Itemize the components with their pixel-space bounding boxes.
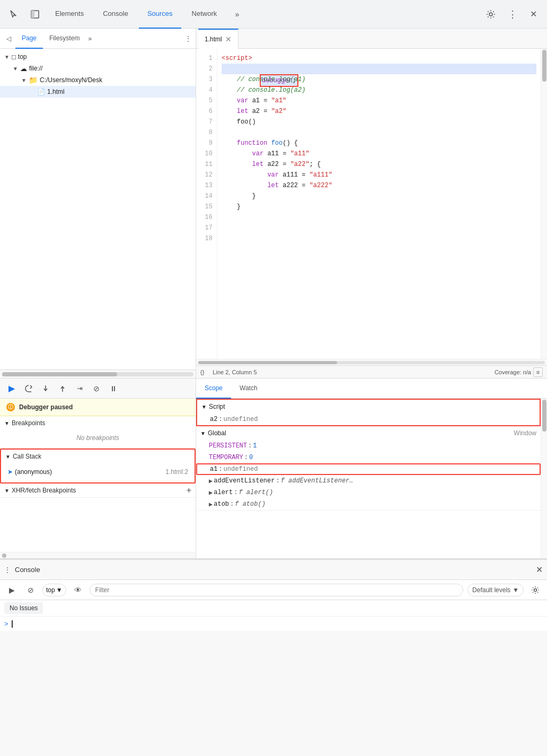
file-icon: 📄	[37, 88, 45, 95]
scope-tabs: Scope Watch	[196, 379, 547, 399]
global-alert-item: ▶ alert : f alert()	[196, 487, 541, 498]
console-section: ⋮ Console ✕ ▶ ⊘ top ▼ 👁 Default levels ▼…	[0, 559, 547, 631]
step-into-btn[interactable]	[38, 381, 53, 396]
settings-icon[interactable]	[481, 5, 500, 24]
code-line-10: var a11 = "a11"	[222, 148, 536, 159]
tree-arrow-top: ▼	[4, 54, 12, 60]
breakpoints-section: ▼ Breakpoints No breakpoints	[0, 416, 196, 449]
bottom-section: ▶ ⇥ ⊘ ⏸ ⓘ Debugger paused ▼	[0, 379, 547, 559]
more-tabs-icon[interactable]: »	[227, 5, 246, 24]
xhr-label: XHR/fetch Breakpoints	[12, 487, 76, 494]
step-btn[interactable]: ⇥	[72, 381, 87, 396]
line-numbers: 12345 678910 1112131415 161718	[196, 49, 217, 359]
svg-rect-1	[31, 11, 34, 18]
console-input-line: >	[0, 616, 547, 631]
console-close-icon[interactable]: ✕	[536, 565, 543, 575]
script-section-header[interactable]: ▼ Script	[197, 400, 540, 414]
format-btn[interactable]: {}	[200, 369, 204, 375]
tree-item-top[interactable]: ▼ □ top	[0, 51, 196, 63]
code-line-9: function foo() {	[222, 138, 536, 148]
call-stack-section: ▼ Call Stack ➤ (anonymous) 1.html:2	[0, 449, 196, 484]
tab-sources[interactable]: Sources	[139, 0, 181, 29]
code-line-5: var a1 = "a1"	[222, 95, 536, 106]
paused-message: Debugger paused	[19, 403, 73, 411]
code-line-8	[222, 127, 536, 138]
pause-exceptions-btn[interactable]: ⏸	[106, 381, 121, 396]
code-h-scrollbar[interactable]	[196, 359, 547, 365]
cursor-icon[interactable]	[4, 5, 23, 24]
script-arrow: ▼	[201, 404, 207, 410]
console-toolbar: ▶ ⊘ top ▼ 👁 Default levels ▼	[0, 580, 547, 600]
code-area[interactable]: 12345 678910 1112131415 161718 <script> …	[196, 49, 547, 359]
tree-item-file[interactable]: ▶ 📄 1.html	[0, 86, 196, 98]
no-breakpoints-text: No breakpoints	[4, 432, 191, 444]
code-vertical-scrollbar[interactable]	[541, 49, 547, 359]
window-label: Window	[514, 429, 536, 437]
scope-tab-watch[interactable]: Watch	[231, 379, 266, 399]
xhr-header[interactable]: ▼ XHR/fetch Breakpoints +	[0, 484, 196, 497]
more-panel-tabs-icon[interactable]: »	[86, 35, 94, 42]
global-label: Global	[208, 429, 226, 437]
code-line-13: let a222 = "a222"	[222, 180, 536, 191]
svg-point-6	[534, 588, 537, 591]
code-line-6: let a2 = "a2"	[222, 106, 536, 117]
no-issues-badge[interactable]: No Issues	[4, 602, 43, 614]
window-icon: □	[12, 53, 16, 61]
code-line-14: }	[222, 191, 536, 201]
scope-tab-scope[interactable]: Scope	[196, 379, 231, 399]
call-stack-header[interactable]: ▼ Call Stack	[1, 450, 195, 463]
debug-panel-content: ⓘ Debugger paused ▼ Breakpoints No break…	[0, 399, 196, 552]
xhr-add-icon[interactable]: +	[187, 486, 191, 495]
console-levels-dropdown[interactable]: Default levels ▼	[467, 584, 524, 596]
code-line-11: let a22 = "a22"; {	[222, 159, 536, 170]
tab-network[interactable]: Network	[183, 0, 226, 29]
global-atob-item: ▶ atob : f atob()	[196, 498, 541, 510]
console-eye-btn[interactable]: 👁	[70, 583, 85, 597]
dock-icon[interactable]	[25, 5, 45, 24]
step-out-btn[interactable]	[55, 381, 70, 396]
paused-icon: ⓘ	[6, 403, 15, 411]
coverage-icon[interactable]: ≡	[533, 367, 543, 377]
main-layout: ◁ Page Filesystem » ⋮ ▼ □ top ▼ ☁ file:/…	[0, 29, 547, 379]
global-arrow: ▼	[200, 430, 206, 436]
tab-page[interactable]: Page	[15, 29, 43, 49]
tree-item-file-protocol[interactable]: ▼ ☁ file://	[0, 63, 196, 74]
left-panel-scrollbar[interactable]	[0, 370, 196, 378]
console-block-btn[interactable]: ⊘	[23, 583, 38, 597]
deactivate-breakpoints-btn[interactable]: ⊘	[89, 381, 104, 396]
console-prompt: >	[4, 620, 8, 628]
tab-close-icon[interactable]: ✕	[225, 35, 232, 43]
breakpoints-header[interactable]: ▼ Breakpoints	[0, 416, 196, 430]
tab-elements[interactable]: Elements	[47, 0, 92, 29]
breakpoints-arrow: ▼	[4, 420, 10, 426]
panel-options-icon[interactable]: ⋮	[183, 35, 193, 42]
console-run-btn[interactable]: ▶	[4, 583, 19, 597]
svg-point-2	[489, 13, 492, 16]
console-menu-icon[interactable]: ⋮	[4, 566, 11, 574]
script-section: ▼ Script a2 : undefined	[196, 399, 541, 426]
status-bar: {} Line 2, Column 5 Coverage: n/a ≡	[196, 365, 547, 378]
console-filter-input[interactable]	[90, 584, 463, 596]
close-devtools-icon[interactable]: ✕	[524, 5, 543, 24]
tree-item-folder[interactable]: ▼ 📁 C:/Users/moxyN/Desk	[0, 74, 196, 86]
editor-tab-1html[interactable]: 1.html ✕	[198, 29, 239, 49]
scope-body: ▼ Script a2 : undefined ▼	[196, 399, 547, 558]
console-settings-btn[interactable]	[528, 583, 543, 597]
step-over-btn[interactable]	[21, 381, 36, 396]
call-stack-item-anonymous[interactable]: ➤ (anonymous) 1.html:2	[5, 465, 190, 478]
scope-scroll-thumb	[542, 400, 546, 432]
h-scrollbar-thumb	[198, 361, 337, 364]
sidebar-toggle-icon[interactable]: ◁	[2, 35, 15, 42]
tab-filesystem[interactable]: Filesystem	[43, 29, 86, 49]
tab-console[interactable]: Console	[94, 0, 137, 29]
console-levels-arrow: ▼	[513, 586, 519, 594]
scope-vertical-scrollbar[interactable]	[541, 399, 547, 558]
resume-btn[interactable]: ▶	[4, 381, 19, 396]
call-stack-arrow: ▼	[5, 454, 11, 460]
top-dropdown[interactable]: top ▼	[42, 584, 66, 596]
global-section-header[interactable]: ▼ Global Window	[196, 426, 541, 440]
more-options-icon[interactable]: ⋮	[502, 5, 522, 24]
console-cursor	[12, 620, 13, 628]
h-scrollbar-track	[198, 361, 545, 364]
debug-panel-scrollbar[interactable]	[0, 552, 196, 558]
